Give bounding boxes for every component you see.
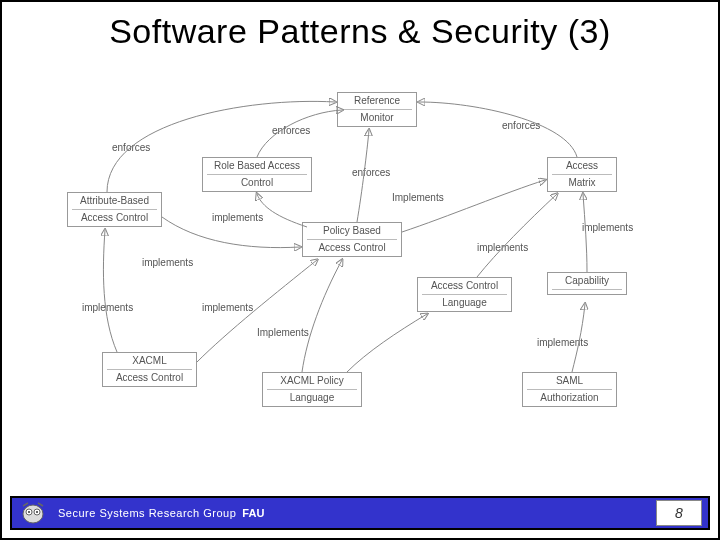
edge-label: implements [537, 337, 588, 348]
node-rbac: Role Based Access Control [202, 157, 312, 192]
edge-label: enforces [272, 125, 310, 136]
footer-org-label: FAU [242, 507, 264, 519]
svg-point-3 [28, 511, 30, 513]
node-text: SAML [527, 375, 612, 387]
node-xacml-ac: XACML Access Control [102, 352, 197, 387]
edge-label: implements [477, 242, 528, 253]
node-text: Access Control [72, 212, 157, 224]
node-text: Role Based Access [207, 160, 307, 172]
slide-title: Software Patterns & Security (3) [2, 12, 718, 51]
diagram: Reference Monitor Role Based Access Cont… [47, 82, 677, 462]
node-text: Policy Based [307, 225, 397, 237]
node-text: Matrix [552, 177, 612, 189]
edge-label: Implements [257, 327, 309, 338]
node-text: XACML [107, 355, 192, 367]
footer-group-label: Secure Systems Research Group [58, 507, 236, 519]
node-text: Language [422, 297, 507, 309]
node-xacml-policy: XACML Policy Language [262, 372, 362, 407]
edge-label: implements [142, 257, 193, 268]
edge-label: enforces [112, 142, 150, 153]
node-text: Language [267, 392, 357, 404]
slide: Software Patterns & Security (3) Referen… [0, 0, 720, 540]
node-text: Access [552, 160, 612, 172]
node-reference-monitor: Reference Monitor [337, 92, 417, 127]
node-text: Monitor [342, 112, 412, 124]
node-abac: Attribute-Based Access Control [67, 192, 162, 227]
page-number: 8 [656, 500, 702, 526]
edge-label: Implements [392, 192, 444, 203]
node-text: Access Control [307, 242, 397, 254]
node-access-matrix: Access Matrix [547, 157, 617, 192]
node-text: XACML Policy [267, 375, 357, 387]
node-text: Access Control [107, 372, 192, 384]
node-capability: Capability [547, 272, 627, 295]
svg-point-0 [23, 505, 43, 523]
svg-point-4 [36, 511, 38, 513]
node-text: Authorization [527, 392, 612, 404]
node-acl: Access Control Language [417, 277, 512, 312]
node-text: Attribute-Based [72, 195, 157, 207]
node-text: Access Control [422, 280, 507, 292]
node-text: Control [207, 177, 307, 189]
node-saml: SAML Authorization [522, 372, 617, 407]
node-text: Reference [342, 95, 412, 107]
owl-logo-icon [16, 498, 50, 528]
footer-bar: Secure Systems Research Group FAU 8 [10, 496, 710, 530]
edge-label: implements [582, 222, 633, 233]
edge-label: enforces [502, 120, 540, 131]
node-text: Capability [552, 275, 622, 287]
edge-label: implements [82, 302, 133, 313]
edge-label: implements [202, 302, 253, 313]
edge-label: enforces [352, 167, 390, 178]
edge-label: implements [212, 212, 263, 223]
node-pbac: Policy Based Access Control [302, 222, 402, 257]
